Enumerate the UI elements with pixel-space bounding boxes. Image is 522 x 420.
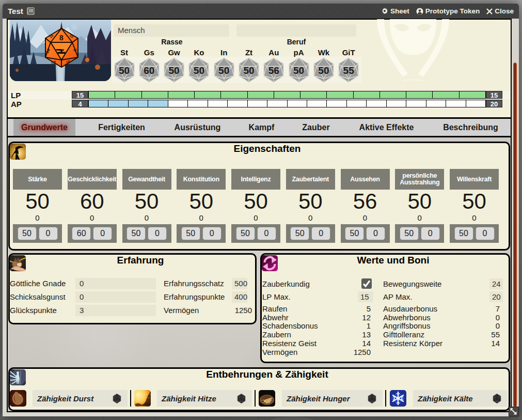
svg-text:8: 8 bbox=[59, 34, 64, 42]
